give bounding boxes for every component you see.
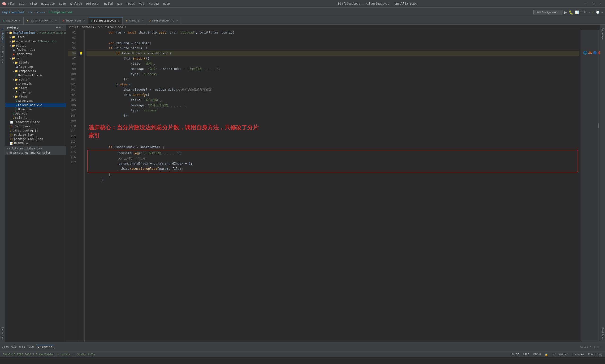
- tree-components-folder[interactable]: ▼ 📁 components: [5, 69, 66, 73]
- menu-run[interactable]: Run: [115, 1, 124, 6]
- tree-babel-config[interactable]: J babel.config.js: [5, 129, 66, 133]
- menu-analyze[interactable]: Analyze: [68, 1, 84, 6]
- tree-store-folder[interactable]: ▼ 📁 store: [5, 86, 66, 90]
- encoding[interactable]: UTF-8: [533, 353, 541, 356]
- menu-navigate[interactable]: Navigate: [39, 1, 57, 6]
- minimize-button[interactable]: ─: [583, 2, 588, 5]
- close-button[interactable]: ✕: [598, 2, 603, 5]
- vue-icon: V: [13, 112, 14, 115]
- breadcrumb-src[interactable]: src: [28, 11, 33, 14]
- settings-icon[interactable]: ⚙: [597, 345, 599, 349]
- menu-window[interactable]: Window: [147, 1, 161, 6]
- lightbulb-icon[interactable]: 💡: [79, 52, 83, 55]
- branch-name[interactable]: master: [559, 353, 568, 356]
- todo-tab[interactable]: ☑ 6: TODO: [19, 345, 34, 348]
- tree-idea-folder[interactable]: ▶ 📁 .idea: [5, 35, 66, 39]
- sidebar-collapse-icon[interactable]: −: [62, 26, 64, 29]
- tab-close-icon[interactable]: ✕: [142, 19, 143, 22]
- terminal-tab[interactable]: ▶ Terminal: [37, 345, 55, 349]
- menu-refactor[interactable]: Refactor: [84, 1, 102, 6]
- maximize-button[interactable]: □: [590, 2, 596, 5]
- tree-readme[interactable]: 📝 README.md: [5, 141, 66, 145]
- tree-router-folder[interactable]: ▼ 📁 router: [5, 78, 66, 82]
- favorites-panel-icon[interactable]: Favorites: [1, 325, 4, 342]
- tree-scratches[interactable]: ▶ 📓 Scratches and Consoles: [5, 151, 66, 155]
- tree-package-lock[interactable]: {} package-lock.json: [5, 137, 66, 141]
- horizontal-scrollbar[interactable]: [66, 342, 600, 342]
- menu-tools[interactable]: Tools: [124, 1, 137, 6]
- git-tab[interactable]: ⎇ 9: Git: [2, 345, 16, 348]
- tree-assets-folder[interactable]: ▼ 📁 assets: [5, 60, 66, 65]
- tree-root[interactable]: ▼ 📁 bigfileupload E:\vue\bigfileuploac: [5, 31, 66, 35]
- minimap: 🌐 🦊 🔵 🔴 🔷 🌍: [581, 30, 600, 342]
- breadcrumb-file[interactable]: FileUpload.vue: [48, 11, 72, 14]
- menu-edit[interactable]: Edit: [17, 1, 28, 6]
- tree-main-js[interactable]: J main.js: [5, 116, 66, 120]
- tree-fileupload[interactable]: V FileUpload.vue: [5, 103, 66, 107]
- tree-gitignore[interactable]: ⬡ .gitignore: [5, 124, 66, 129]
- breadcrumb-project[interactable]: bigfileupload: [2, 11, 24, 14]
- tree-public-folder[interactable]: ▼ 📁 public: [5, 43, 66, 48]
- tree-app-vue[interactable]: V App.vue: [5, 111, 66, 116]
- tab-close-icon[interactable]: ✕: [55, 19, 57, 22]
- tree-router-index[interactable]: J index.js: [5, 82, 66, 86]
- tab-index-html[interactable]: H index.html ✕: [60, 17, 88, 24]
- tab-close-icon[interactable]: ✕: [19, 19, 21, 22]
- menu-build[interactable]: Build: [102, 1, 115, 6]
- menu-help[interactable]: Help: [161, 1, 172, 6]
- scroll-thumb[interactable]: [598, 123, 599, 128]
- tree-views-folder[interactable]: ▼ 📁 views: [5, 94, 66, 99]
- tree-index-html[interactable]: ◼ index.html: [5, 52, 66, 56]
- coverage-button[interactable]: 📊: [575, 10, 579, 14]
- vue-icon: V: [3, 19, 4, 22]
- git-icon: ⬡: [10, 125, 12, 128]
- database-panel-icon[interactable]: Database: [601, 26, 604, 41]
- red-annotation-box: console.log('下一份片开始。。。。。'); // 上传下一个分片 p…: [87, 150, 578, 172]
- breadcrumb-script: script: [68, 26, 78, 29]
- tab-label: App.vue: [6, 19, 17, 22]
- git-label: Git:: [581, 11, 587, 14]
- run-button[interactable]: ▶: [564, 10, 567, 15]
- tree-store-index[interactable]: J index.js: [5, 90, 66, 94]
- tree-src-folder[interactable]: ▼ 📁 src: [5, 56, 66, 60]
- tab-close-icon[interactable]: ✕: [177, 19, 178, 22]
- tab-main-js[interactable]: J main.js ✕: [123, 17, 146, 24]
- local-tab[interactable]: Local: [580, 345, 588, 348]
- breadcrumb-views[interactable]: views: [36, 11, 45, 14]
- add-configuration-button[interactable]: Add Configuration...: [533, 10, 563, 15]
- event-log[interactable]: Event Log: [588, 353, 602, 356]
- spaces-setting[interactable]: 4 spaces: [572, 353, 584, 356]
- debug-button[interactable]: 🐛: [569, 10, 573, 14]
- line-ending[interactable]: CRLF: [523, 353, 529, 356]
- word-book-icon[interactable]: Word Book: [601, 325, 604, 342]
- menu-view[interactable]: View: [28, 1, 39, 6]
- tree-about[interactable]: V About.vue: [5, 99, 66, 103]
- sidebar-add-icon[interactable]: +: [56, 26, 58, 29]
- tree-external-libs[interactable]: ▶ ⚡ External Libraries: [5, 146, 66, 151]
- menu-vcs[interactable]: VCS: [137, 1, 146, 6]
- sidebar-settings-icon[interactable]: ⚙: [59, 26, 61, 29]
- tab-store-index[interactable]: J store\index.js ✕: [146, 17, 181, 24]
- idea-update-notice[interactable]: IntelliJ IDEA 2020.1.3 available: // Upd…: [3, 353, 95, 356]
- tree-logo[interactable]: 🖼 logo.png: [5, 65, 66, 69]
- tab-close-icon[interactable]: ✕: [118, 20, 120, 22]
- tree-browserslistrc[interactable]: 📄 .browserslistrc: [5, 120, 66, 124]
- menu-file[interactable]: File: [6, 1, 16, 6]
- tab-fileupload-vue[interactable]: V FileUpload.vue ✕: [88, 17, 123, 24]
- tab-close-icon[interactable]: ✕: [84, 19, 85, 22]
- tree-node-modules[interactable]: ▶ 📁 node_modules library root: [5, 39, 66, 43]
- tab-app-vue[interactable]: V App.vue ✕: [0, 17, 24, 24]
- structure-panel-icon[interactable]: 2: Structure: [1, 44, 4, 65]
- tree-helloworld[interactable]: V HelloWorld.vue: [5, 73, 66, 78]
- code-line-108: });: [86, 113, 579, 118]
- tree-favicon[interactable]: 🖼 favicon.ico: [5, 48, 66, 52]
- code-editor[interactable]: var res = await this.$http.post( url: '/…: [85, 30, 581, 342]
- tree-package-json[interactable]: {} package.json: [5, 133, 66, 137]
- tab-router-index[interactable]: J router\index.js ✕: [24, 17, 60, 24]
- close-terminal-icon[interactable]: —: [601, 345, 603, 349]
- menu-code[interactable]: Code: [57, 1, 68, 6]
- project-panel-icon[interactable]: 1: Project: [1, 26, 4, 44]
- html-icon: ◼: [13, 53, 14, 56]
- tree-home[interactable]: V Home.vue: [5, 107, 66, 111]
- add-terminal-button[interactable]: +: [593, 345, 595, 349]
